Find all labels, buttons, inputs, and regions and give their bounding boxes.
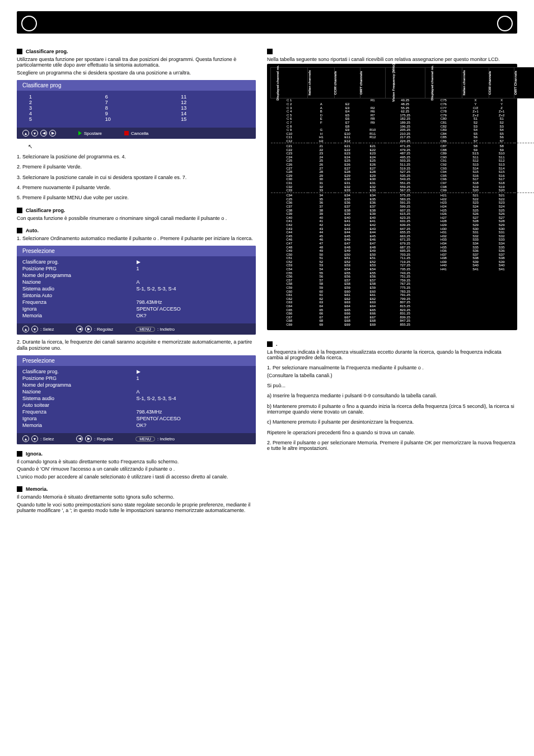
osd-label: Posizione PRG	[22, 375, 137, 381]
channel-slot[interactable]: 15	[181, 116, 243, 122]
table-cell: S9	[489, 148, 514, 152]
table-cell: E48	[335, 246, 360, 250]
table-cell: 623.25	[385, 216, 425, 220]
osd-label: Memoria	[22, 422, 137, 428]
section-classificare: Classificare prog.	[17, 49, 256, 54]
osd-value	[137, 273, 251, 278]
table-cell: 735.25	[385, 267, 425, 271]
table-cell: C54	[271, 267, 308, 271]
channel-slot[interactable]: 7	[105, 100, 168, 105]
table-cell: 40	[308, 216, 335, 220]
table-cell	[514, 121, 534, 125]
channel-slot[interactable]: 6	[105, 94, 168, 100]
table-cell: E24	[335, 156, 360, 159]
table-cell: C22	[271, 148, 308, 152]
channel-slot[interactable]: 5	[29, 116, 92, 122]
osd-value: S-1, S-2, S-3, S-4	[137, 286, 251, 292]
table-cell	[462, 279, 489, 283]
table-cell: E6	[335, 117, 360, 121]
table-cell: 815.25	[385, 304, 425, 308]
table-cell	[462, 308, 489, 312]
table-cell: E39	[360, 212, 385, 216]
table-cell: C50	[271, 253, 308, 257]
table-cell: C34	[271, 194, 308, 198]
channel-slot[interactable]: 2	[29, 100, 92, 105]
table-cell: 57	[308, 279, 335, 283]
move-button[interactable]: Spostare	[78, 130, 102, 137]
channel-slot[interactable]: 11	[181, 94, 243, 100]
table-cell: 61	[308, 293, 335, 297]
channel-slot[interactable]: 4	[29, 111, 92, 116]
table-cell: C26	[271, 163, 308, 167]
table-cell: E57	[335, 279, 360, 283]
table-cell: 751.25	[385, 275, 425, 279]
table-cell: 26	[308, 163, 335, 167]
section-table	[267, 49, 517, 54]
table-cell: E38	[335, 209, 360, 213]
table-cell: 503.25	[385, 159, 425, 163]
table-cell: 50	[308, 253, 335, 257]
table-cell: E64	[335, 304, 360, 308]
channel-slot[interactable]: 13	[181, 105, 243, 111]
channel-slot[interactable]: 12	[181, 100, 243, 105]
table-cell: Y	[489, 102, 514, 106]
table-cell	[425, 319, 462, 323]
table-cell: S3	[462, 125, 489, 129]
table-cell: H37	[425, 253, 462, 257]
table-cell: C53	[271, 264, 308, 267]
table-cell: C37	[271, 205, 308, 209]
channel-slot[interactable]: 3	[29, 105, 92, 111]
channel-slot[interactable]: 14	[181, 111, 243, 116]
table-cell: 719.25	[385, 260, 425, 264]
table-cell: 54	[308, 267, 335, 271]
table-cell	[425, 297, 462, 301]
osd-arrows: ▲▼◀▶	[22, 130, 56, 137]
table-cell	[514, 286, 534, 290]
table-cell: H1	[308, 135, 335, 139]
table-cell: E60	[335, 290, 360, 294]
table-cell: S32	[462, 234, 489, 238]
table-cell: 47	[308, 242, 335, 246]
table-cell	[462, 297, 489, 301]
table-cell: E4	[335, 110, 360, 114]
channel-slot[interactable]: 10	[105, 116, 168, 122]
table-cell: 68	[308, 319, 335, 323]
table-cell: R9	[360, 121, 385, 125]
table-cell: C29	[271, 174, 308, 178]
table-cell: S13	[489, 163, 514, 167]
table-cell: S41	[462, 267, 489, 271]
table-cell	[514, 290, 534, 294]
table-cell: S28	[489, 219, 514, 223]
cancel-button[interactable]: Cancella	[124, 130, 148, 137]
freq-p5: a) Inserire la frequenza mediante i puls…	[267, 393, 517, 398]
osd-value	[137, 402, 251, 408]
table-cell	[489, 323, 514, 327]
cursor-icon: ↖	[28, 143, 256, 149]
table-cell: E40	[360, 216, 385, 220]
osd-label: Nome del programma	[22, 382, 137, 388]
table-cell: E25	[360, 159, 385, 163]
table-cell: S35	[489, 246, 514, 250]
table-cell	[514, 117, 534, 121]
table-cell: S17	[489, 177, 514, 181]
table-cell: E37	[335, 205, 360, 209]
channel-slot[interactable]: 8	[105, 105, 168, 111]
channel-slot[interactable]: 9	[105, 111, 168, 116]
table-cell: 43	[308, 227, 335, 231]
table-cell: S37	[489, 253, 514, 257]
table-cell: S10	[489, 152, 514, 156]
channel-slot[interactable]: 1	[29, 94, 92, 100]
table-cell: E67	[360, 316, 385, 320]
table-cell: C82	[425, 125, 462, 129]
table-cell: C41	[271, 219, 308, 223]
table-cell: S17	[462, 177, 489, 181]
table-cell: 615.25	[385, 212, 425, 216]
table-cell	[335, 98, 360, 102]
table-cell: 655.25	[385, 231, 425, 234]
table-cell	[514, 231, 534, 234]
table-cell	[489, 308, 514, 312]
table-cell: E38	[360, 209, 385, 213]
table-cell: S1	[489, 117, 514, 121]
table-cell: 63	[308, 300, 335, 304]
table-cell: S39	[462, 260, 489, 264]
